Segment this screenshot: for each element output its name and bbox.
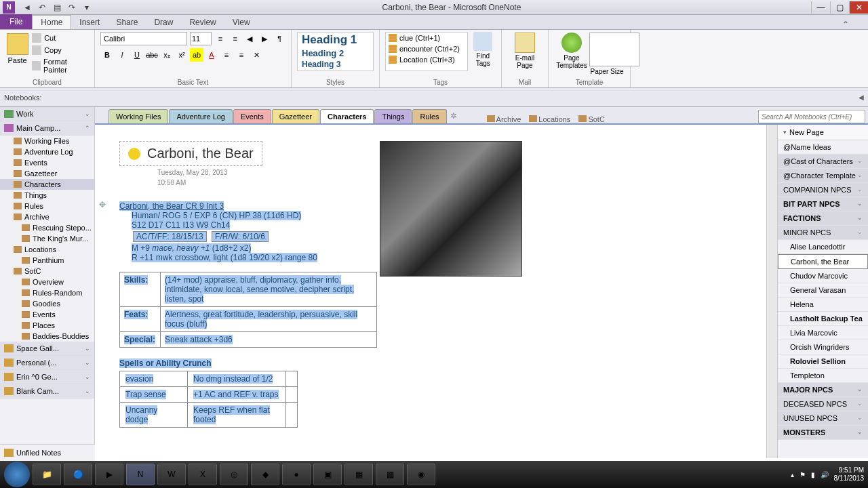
new-section-icon[interactable]: ✲ [448,108,460,123]
quicklink-sotc[interactable]: SotC [578,115,604,123]
scrollbar[interactable] [766,125,777,458]
notebook-work[interactable]: Work⌄ [0,107,94,121]
strike-button[interactable]: abc [145,48,159,62]
section-characters[interactable]: Characters [0,179,94,190]
tray-clock[interactable]: 9:51 PM 8/11/2013 [834,466,865,483]
pagelist-item[interactable]: @Name Ideas [778,140,868,155]
taskbar-onenote[interactable]: N [126,464,155,485]
paragraph-icon[interactable]: ¶ [273,32,285,45]
pagelist-group[interactable]: @Cast of Characters [778,155,868,169]
taskbar-excel[interactable]: X [189,464,217,485]
subscript-button[interactable]: x₂ [160,48,174,62]
notebook-item[interactable]: Erin ^0 Ge...⌄ [0,370,94,384]
section-sotc[interactable]: SotC [0,266,94,277]
taskbar-app[interactable]: ▣ [313,464,342,485]
minimize-button[interactable]: ― [811,1,830,14]
search-input[interactable] [758,110,865,123]
pagelist-group[interactable]: BIT PART NPCS [778,197,868,211]
numbering-icon[interactable]: ≡ [229,32,241,45]
taskbar-chrome[interactable]: 🔵 [64,464,92,485]
tray-volume-icon[interactable]: 🔊 [821,471,829,479]
notebook-main-campaign[interactable]: Main Camp...⌃ [0,121,94,136]
page-title[interactable]: Carboni, the Bear [147,146,254,161]
outdent-icon[interactable]: ◀ [244,32,256,45]
pagelist-item[interactable]: Lastholt Backup Tea [778,312,868,326]
paper-size-button[interactable]: Paper Size [589,33,625,75]
chevron-down-icon[interactable]: ⌄ [85,110,90,117]
sectab-rules[interactable]: Rules [412,109,446,123]
section-sotc-sub[interactable]: Baddies-Buddies [0,331,94,342]
pagelist-item[interactable]: Livia Marcovic [778,326,868,340]
section-archive-sub[interactable]: The King's Mur... [0,233,94,244]
redo-icon[interactable]: ↷ [66,2,77,13]
dock-icon[interactable]: ▤ [52,2,62,13]
taskbar-explorer[interactable]: 📁 [33,464,61,485]
tab-view[interactable]: View [224,16,258,29]
section-rules[interactable]: Rules [0,201,94,211]
pagelist-item[interactable]: Helena [778,298,868,312]
file-tab[interactable]: File [0,14,32,29]
superscript-button[interactable]: x² [175,48,189,62]
maximize-button[interactable]: ▢ [830,1,849,14]
taskbar-spotify[interactable]: ● [282,464,311,485]
bold-button[interactable]: B [100,48,114,62]
back-icon[interactable]: ◄ [22,2,33,13]
pagelist-item[interactable]: Templeton [778,369,868,383]
quicklink-locations[interactable]: Locations [529,115,570,123]
taskbar-media[interactable]: ▶ [95,464,123,485]
pagelist-group[interactable]: MINOR NPCS [778,226,868,240]
section-sotc-sub[interactable]: Goodies [0,298,94,309]
email-page-button[interactable]: E-mail Page [507,33,542,69]
section-sotc-sub[interactable]: Events [0,309,94,320]
italic-button[interactable]: I [115,48,129,62]
tab-draw[interactable]: Draw [146,16,181,29]
copy-button[interactable]: Copy [32,44,89,56]
font-name-input[interactable] [100,32,187,45]
pagelist-group[interactable]: FACTIONS [778,211,868,226]
pagelist-group[interactable]: @Character Template [778,169,868,183]
section-events[interactable]: Events [0,157,94,168]
sectab-gazetteer[interactable]: Gazetteer [272,109,319,123]
sectab-characters[interactable]: Characters [320,109,374,123]
indent-icon[interactable]: ▶ [258,32,271,45]
sectab-adventure-log[interactable]: Adventure Log [169,109,233,123]
spells-header[interactable]: Spells or Ability Crunch [119,359,212,368]
unfiled-notes[interactable]: Unfiled Notes [0,444,95,461]
undo-icon[interactable]: ↶ [37,2,47,13]
ribbon-minimize-icon[interactable]: ⌃ [842,20,849,29]
qat-dropdown-icon[interactable]: ▾ [81,2,92,13]
highlight-button[interactable]: ab [190,48,203,62]
bullets-icon[interactable]: ≡ [214,32,226,45]
section-archive-sub[interactable]: Rescuing Stepo... [0,222,94,233]
pagelist-group[interactable]: COMPANION NPCS [778,183,868,197]
section-sotc-sub[interactable]: Places [0,320,94,331]
collapse-icon[interactable]: ◀ [859,94,864,101]
tags-gallery[interactable]: clue (Ctrl+1) encounter (Ctrl+2) Locatio… [385,32,468,71]
taskbar-steam[interactable]: ◎ [220,464,248,485]
find-tags-button[interactable]: Find Tags [471,32,496,71]
pagelist-group[interactable]: DECEASED NPCS [778,397,868,411]
tray-network-icon[interactable]: ▮ [811,471,815,479]
page-templates-button[interactable]: Page Templates [554,33,589,75]
section-adventure-log[interactable]: Adventure Log [0,146,94,157]
section-archive[interactable]: Archive [0,211,94,222]
tab-review[interactable]: Review [181,16,224,29]
font-size-input[interactable] [190,32,212,45]
quicklink-archive[interactable]: Archive [487,115,521,123]
pagelist-group[interactable]: MONSTERS [778,426,868,440]
tab-share[interactable]: Share [108,16,146,29]
tray-up-icon[interactable]: ▴ [791,471,794,479]
tray-flag-icon[interactable]: ⚑ [800,471,806,479]
pagelist-group[interactable]: MAJOR NPCS [778,383,868,397]
close-button[interactable]: ✕ [849,1,868,14]
pagelist-item[interactable]: Orcish Wingriders [778,340,868,354]
tab-home[interactable]: Home [32,15,71,29]
notebook-item[interactable]: Personal (...⌄ [0,356,94,370]
align-center-icon[interactable]: ≡ [235,48,248,62]
paste-button[interactable]: Paste [5,32,29,75]
pagelist-item[interactable]: Carboni, the Bear [778,254,868,269]
move-handle-icon[interactable]: ✥ [99,200,111,212]
section-working-files[interactable]: Working Files [0,136,94,146]
sectab-working-files[interactable]: Working Files [108,109,168,123]
section-locations-sub[interactable]: Panthium [0,255,94,266]
